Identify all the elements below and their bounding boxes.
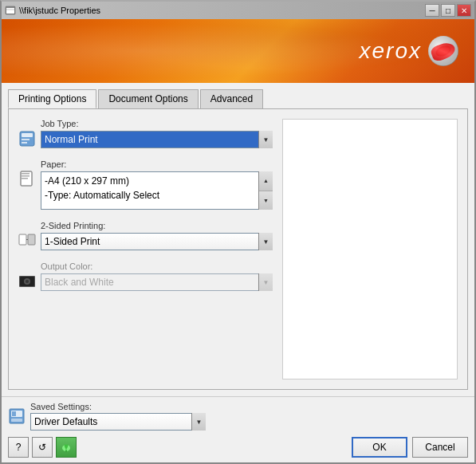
svg-rect-16 [19,234,26,245]
svg-rect-8 [22,133,33,137]
tab-advanced[interactable]: Advanced [200,89,263,108]
svg-rect-1 [6,8,14,14]
job-type-fields: Job Type: Normal Print ▼ [41,119,273,148]
title-bar-left: \\fik\jstudc Properties [5,5,100,16]
paper-scroll-down[interactable]: ▼ [259,191,273,210]
two-sided-fields: 2-Sided Printing: 1-Sided Print ▼ [41,221,273,250]
job-type-icon [18,130,36,147]
minimize-button[interactable]: ─ [425,4,439,17]
saved-settings-row: Saved Settings: Driver Defaults ▼ [8,402,468,431]
saved-settings-select-wrapper: Driver Defaults ▼ [30,413,206,431]
reset-button[interactable]: ↺ [32,437,53,458]
output-color-select-wrapper: Black and White ▼ [41,273,273,291]
job-type-select[interactable]: Normal Print [41,131,273,148]
svg-rect-17 [28,234,35,245]
svg-rect-13 [22,175,30,177]
paper-box[interactable]: -A4 (210 x 297 mm) -Type: Automatically … [41,171,273,210]
job-type-row: Job Type: Normal Print ▼ [18,119,273,148]
saved-settings-icon [8,407,26,425]
bottom-area: Saved Settings: Driver Defaults ▼ ? ↺ [2,396,474,462]
output-color-row: Output Color: Black and White ▼ [18,261,273,291]
output-color-icon [18,273,36,290]
left-buttons: ? ↺ [8,437,77,458]
right-buttons: OK Cancel [352,437,468,458]
two-sided-select[interactable]: 1-Sided Print [41,233,273,250]
svg-rect-24 [12,411,16,416]
buttons-row: ? ↺ OK Cancel [8,437,468,458]
paper-line1: -A4 (210 x 297 mm) [45,174,256,188]
job-type-label: Job Type: [41,119,273,128]
content-area: Printing Options Document Options Advanc… [2,83,474,396]
help-button[interactable]: ? [8,437,29,458]
xerox-logo: xerox [360,36,458,66]
paper-scroll-up[interactable]: ▲ [259,171,273,191]
svg-point-5 [435,44,453,58]
window-icon [5,5,16,16]
svg-rect-10 [22,142,27,144]
close-button[interactable]: ✕ [457,4,471,17]
paper-row: Paper: -A4 (210 x 297 mm) -Type: Automat… [18,159,273,210]
paper-line2: -Type: Automatically Select [45,188,256,203]
title-bar: \\fik\jstudc Properties ─ □ ✕ [2,2,474,19]
svg-rect-12 [22,173,30,175]
cancel-button[interactable]: Cancel [412,437,468,458]
svg-point-21 [26,280,29,283]
saved-settings-fields: Saved Settings: Driver Defaults ▼ [30,402,468,431]
ok-button[interactable]: OK [352,437,407,458]
main-window: \\fik\jstudc Properties ─ □ ✕ xerox [0,0,476,464]
maximize-button[interactable]: □ [441,4,455,17]
paper-label: Paper: [41,159,273,169]
svg-point-4 [429,37,458,65]
two-sided-label: 2-Sided Printing: [41,221,273,230]
tab-document-options[interactable]: Document Options [98,89,198,108]
two-sided-select-wrapper: 1-Sided Print ▼ [41,233,273,250]
print-preview-panel [282,119,458,379]
paper-scrollbar: ▲ ▼ [258,171,273,210]
xerox-ball-icon [428,36,458,66]
saved-settings-select[interactable]: Driver Defaults [30,413,206,431]
paper-select-wrapper: -A4 (210 x 297 mm) -Type: Automatically … [41,171,273,210]
svg-rect-9 [22,139,30,140]
left-panel: Job Type: Normal Print ▼ [18,119,273,379]
saved-settings-label: Saved Settings: [30,402,468,411]
paper-fields: Paper: -A4 (210 x 297 mm) -Type: Automat… [41,159,273,210]
header-banner: xerox [2,19,474,83]
svg-rect-25 [11,419,22,422]
job-type-select-wrapper: Normal Print ▼ [41,131,273,148]
svg-rect-14 [22,178,28,179]
output-color-label: Output Color: [41,261,273,271]
xerox-text: xerox [360,38,422,64]
two-sided-icon [18,232,36,250]
paper-icon [18,171,36,188]
tab-content: Job Type: Normal Print ▼ [8,108,468,390]
svg-point-6 [436,46,450,57]
output-color-fields: Output Color: Black and White ▼ [41,261,273,291]
eco-button[interactable] [56,437,77,458]
window-title: \\fik\jstudc Properties [19,6,100,15]
two-sided-row: 2-Sided Printing: 1-Sided Print ▼ [18,221,273,250]
title-bar-buttons: ─ □ ✕ [425,4,471,17]
output-color-select[interactable]: Black and White [41,273,273,291]
tabs-bar: Printing Options Document Options Advanc… [8,89,468,108]
tab-printing-options[interactable]: Printing Options [8,89,96,108]
